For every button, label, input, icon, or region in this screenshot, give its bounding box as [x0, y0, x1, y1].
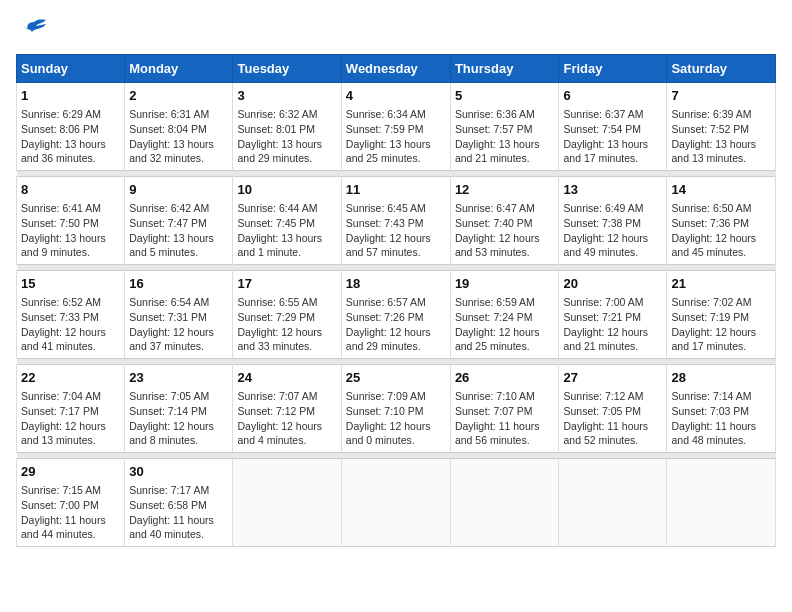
day-number: 21 — [671, 275, 771, 293]
day-number: 22 — [21, 369, 120, 387]
day-number: 5 — [455, 87, 555, 105]
day-info-line: Sunset: 6:58 PM — [129, 498, 228, 513]
calendar-day-cell: 20Sunrise: 7:00 AMSunset: 7:21 PMDayligh… — [559, 271, 667, 359]
day-info-line: Sunset: 7:57 PM — [455, 122, 555, 137]
day-number: 30 — [129, 463, 228, 481]
calendar-day-cell — [233, 459, 341, 547]
day-info-line: and 5 minutes. — [129, 245, 228, 260]
calendar-day-cell: 26Sunrise: 7:10 AMSunset: 7:07 PMDayligh… — [450, 365, 559, 453]
day-info-line: Sunrise: 6:57 AM — [346, 295, 446, 310]
day-info-line: Daylight: 12 hours — [21, 325, 120, 340]
calendar-day-cell — [341, 459, 450, 547]
day-info-line: Sunset: 7:12 PM — [237, 404, 336, 419]
calendar-day-cell: 14Sunrise: 6:50 AMSunset: 7:36 PMDayligh… — [667, 177, 776, 265]
day-info-line: Sunrise: 7:05 AM — [129, 389, 228, 404]
day-info-line: Daylight: 12 hours — [671, 325, 771, 340]
day-number: 11 — [346, 181, 446, 199]
day-info-line: Sunset: 8:06 PM — [21, 122, 120, 137]
day-info-line: Daylight: 12 hours — [346, 325, 446, 340]
day-info-line: Sunrise: 6:39 AM — [671, 107, 771, 122]
day-info-line: Sunset: 7:31 PM — [129, 310, 228, 325]
day-info-line: and 33 minutes. — [237, 339, 336, 354]
day-info-line: Daylight: 11 hours — [21, 513, 120, 528]
day-info-line: Daylight: 13 hours — [129, 231, 228, 246]
day-number: 13 — [563, 181, 662, 199]
logo-bird-icon — [20, 16, 48, 44]
day-info-line: and 36 minutes. — [21, 151, 120, 166]
calendar-day-cell: 21Sunrise: 7:02 AMSunset: 7:19 PMDayligh… — [667, 271, 776, 359]
day-info-line: Sunset: 7:52 PM — [671, 122, 771, 137]
day-info-line: Sunset: 7:29 PM — [237, 310, 336, 325]
day-info-line: Sunrise: 7:00 AM — [563, 295, 662, 310]
calendar-day-cell: 30Sunrise: 7:17 AMSunset: 6:58 PMDayligh… — [125, 459, 233, 547]
day-info-line: Sunrise: 6:42 AM — [129, 201, 228, 216]
day-info-line: Sunrise: 6:41 AM — [21, 201, 120, 216]
day-info-line: Sunrise: 7:02 AM — [671, 295, 771, 310]
day-info-line: and 57 minutes. — [346, 245, 446, 260]
day-number: 23 — [129, 369, 228, 387]
calendar-week-row: 15Sunrise: 6:52 AMSunset: 7:33 PMDayligh… — [17, 271, 776, 359]
day-info-line: Sunrise: 7:10 AM — [455, 389, 555, 404]
day-number: 9 — [129, 181, 228, 199]
day-info-line: and 21 minutes. — [563, 339, 662, 354]
calendar-week-row: 8Sunrise: 6:41 AMSunset: 7:50 PMDaylight… — [17, 177, 776, 265]
day-info-line: and 17 minutes. — [563, 151, 662, 166]
day-info-line: and 48 minutes. — [671, 433, 771, 448]
day-number: 12 — [455, 181, 555, 199]
day-info-line: Sunset: 7:14 PM — [129, 404, 228, 419]
day-info-line: Sunrise: 6:59 AM — [455, 295, 555, 310]
weekday-header-friday: Friday — [559, 55, 667, 83]
day-info-line: and 45 minutes. — [671, 245, 771, 260]
day-info-line: Daylight: 11 hours — [455, 419, 555, 434]
weekday-header-thursday: Thursday — [450, 55, 559, 83]
calendar-day-cell: 10Sunrise: 6:44 AMSunset: 7:45 PMDayligh… — [233, 177, 341, 265]
day-info-line: and 21 minutes. — [455, 151, 555, 166]
day-info-line: and 0 minutes. — [346, 433, 446, 448]
day-info-line: Sunrise: 6:34 AM — [346, 107, 446, 122]
day-info-line: and 13 minutes. — [671, 151, 771, 166]
day-info-line: Daylight: 13 hours — [237, 137, 336, 152]
calendar-day-cell: 12Sunrise: 6:47 AMSunset: 7:40 PMDayligh… — [450, 177, 559, 265]
day-info-line: Sunset: 7:26 PM — [346, 310, 446, 325]
day-number: 18 — [346, 275, 446, 293]
day-info-line: Sunset: 7:50 PM — [21, 216, 120, 231]
day-number: 16 — [129, 275, 228, 293]
day-info-line: Daylight: 12 hours — [21, 419, 120, 434]
day-info-line: and 52 minutes. — [563, 433, 662, 448]
calendar-week-row: 22Sunrise: 7:04 AMSunset: 7:17 PMDayligh… — [17, 365, 776, 453]
day-info-line: and 53 minutes. — [455, 245, 555, 260]
day-number: 17 — [237, 275, 336, 293]
day-number: 8 — [21, 181, 120, 199]
day-info-line: Sunrise: 6:47 AM — [455, 201, 555, 216]
day-info-line: Sunrise: 6:37 AM — [563, 107, 662, 122]
day-info-line: and 40 minutes. — [129, 527, 228, 542]
calendar-day-cell — [667, 459, 776, 547]
day-info-line: Daylight: 13 hours — [455, 137, 555, 152]
day-number: 28 — [671, 369, 771, 387]
day-number: 14 — [671, 181, 771, 199]
day-info-line: and 41 minutes. — [21, 339, 120, 354]
day-number: 27 — [563, 369, 662, 387]
day-info-line: Daylight: 12 hours — [237, 419, 336, 434]
day-info-line: Daylight: 12 hours — [455, 231, 555, 246]
calendar-day-cell: 4Sunrise: 6:34 AMSunset: 7:59 PMDaylight… — [341, 83, 450, 171]
day-number: 20 — [563, 275, 662, 293]
day-number: 3 — [237, 87, 336, 105]
day-info-line: Sunset: 7:03 PM — [671, 404, 771, 419]
day-info-line: Sunrise: 6:36 AM — [455, 107, 555, 122]
day-info-line: Sunrise: 7:07 AM — [237, 389, 336, 404]
day-number: 2 — [129, 87, 228, 105]
calendar-day-cell: 17Sunrise: 6:55 AMSunset: 7:29 PMDayligh… — [233, 271, 341, 359]
day-number: 1 — [21, 87, 120, 105]
calendar-day-cell: 15Sunrise: 6:52 AMSunset: 7:33 PMDayligh… — [17, 271, 125, 359]
day-info-line: and 17 minutes. — [671, 339, 771, 354]
day-info-line: Sunset: 7:05 PM — [563, 404, 662, 419]
day-info-line: Daylight: 13 hours — [21, 137, 120, 152]
weekday-header-tuesday: Tuesday — [233, 55, 341, 83]
weekday-header-saturday: Saturday — [667, 55, 776, 83]
day-info-line: Sunrise: 7:09 AM — [346, 389, 446, 404]
calendar-day-cell: 11Sunrise: 6:45 AMSunset: 7:43 PMDayligh… — [341, 177, 450, 265]
day-info-line: Sunrise: 6:49 AM — [563, 201, 662, 216]
day-info-line: Daylight: 13 hours — [129, 137, 228, 152]
logo — [16, 16, 48, 44]
